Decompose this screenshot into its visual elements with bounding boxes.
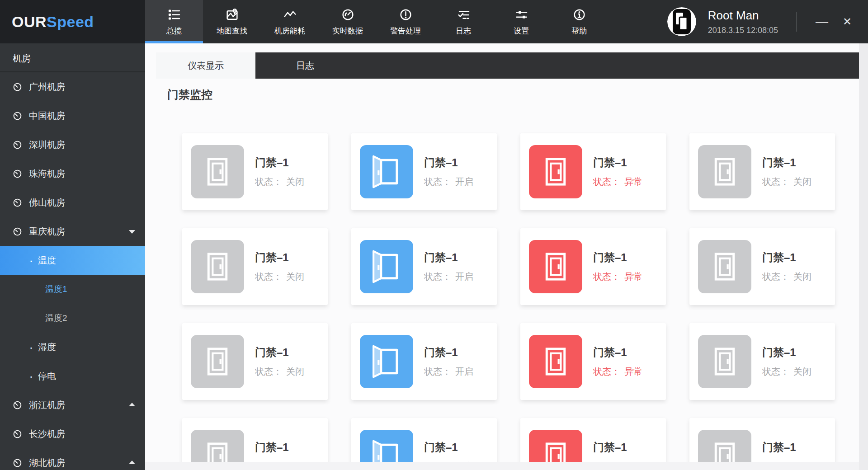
status-value: 异常 [624, 367, 642, 376]
log-list-icon [457, 8, 471, 22]
card-title: 门禁–1 [424, 440, 473, 455]
sidebar-item-浙江机房[interactable]: 浙江机房 [0, 390, 145, 419]
horizontal-scrollbar[interactable] [145, 462, 859, 470]
sidebar-item-广州机房[interactable]: 广州机房 [0, 72, 145, 101]
status-value: 关闭 [286, 272, 304, 282]
nav-item-警告处理[interactable]: 警告处理 [377, 0, 434, 43]
sidebar-item-label: 停电 [38, 370, 56, 382]
door-card-closed[interactable]: 门禁–1 状态：关闭 [182, 228, 328, 305]
nav-item-总揽[interactable]: 总揽 [145, 0, 203, 43]
nav-item-设置[interactable]: 设置 [492, 0, 550, 43]
minimize-button[interactable]: — [812, 12, 832, 32]
door-card-open[interactable]: 门禁–1 状态：开启 [351, 323, 497, 400]
tab-gauge-display[interactable]: 仪表显示 [156, 52, 255, 79]
door-closed-icon [698, 240, 751, 293]
door-card-open[interactable]: 门禁–1 状态：开启 [351, 228, 497, 305]
gauge-icon [13, 82, 22, 92]
card-title: 门禁–1 [762, 440, 811, 455]
gauge-icon [13, 400, 22, 410]
door-card-open[interactable]: 门禁–1 状态：开启 [351, 133, 497, 210]
sidebar-item-珠海机房[interactable]: 珠海机房 [0, 159, 145, 188]
datetime: 2018.3.15 12:08:05 [708, 26, 778, 35]
nav-item-实时数据[interactable]: 实时数据 [319, 0, 377, 43]
door-open-icon [360, 240, 413, 293]
nav-item-帮助[interactable]: 帮助 [550, 0, 608, 43]
gauge-icon [13, 458, 22, 468]
user-avatar[interactable] [667, 7, 696, 36]
tab-bar-filler [355, 52, 859, 79]
chevron-down-icon[interactable] [129, 230, 135, 234]
logo-text-our: OUR [12, 13, 47, 30]
sidebar-item-停电[interactable]: ·停电 [0, 362, 145, 390]
sidebar-item-温度2[interactable]: 温度2 [0, 304, 145, 333]
nav-item-label: 总揽 [166, 26, 182, 36]
nav-item-地图查找[interactable]: 地图查找 [203, 0, 261, 43]
status-value: 关闭 [793, 177, 811, 187]
bullet-dot: · [29, 345, 33, 349]
card-status: 状态：关闭 [255, 271, 304, 283]
close-button[interactable]: ✕ [837, 12, 857, 32]
card-status: 状态：异常 [593, 366, 642, 378]
status-label: 状态： [762, 272, 789, 282]
chevron-up-icon[interactable] [129, 403, 135, 406]
door-card-closed[interactable]: 门禁–1 状态：关闭 [689, 228, 835, 305]
status-label: 状态： [593, 177, 620, 187]
door-abnormal-icon [529, 240, 582, 293]
nav-item-机房能耗[interactable]: 机房能耗 [261, 0, 319, 43]
door-open-icon [360, 145, 413, 198]
card-title: 门禁–1 [762, 250, 811, 265]
sidebar-item-label: 长沙机房 [29, 428, 65, 440]
door-closed-icon [191, 240, 244, 293]
sidebar-item-label: 珠海机房 [29, 168, 65, 180]
chevron-up-icon[interactable] [129, 461, 135, 464]
card-status: 状态：关闭 [255, 366, 304, 378]
door-open-icon [360, 335, 413, 388]
door-closed-icon [698, 145, 751, 198]
door-card-abnormal[interactable]: 门禁–1 状态：异常 [520, 323, 666, 400]
gauge-icon [13, 169, 22, 179]
door-card-closed[interactable]: 门禁–1 状态：关闭 [182, 133, 328, 210]
card-text: 门禁–1 状态：异常 [593, 250, 642, 283]
card-status: 状态：开启 [424, 271, 473, 283]
card-title: 门禁–1 [255, 155, 304, 170]
nav-item-label: 警告处理 [390, 26, 421, 36]
sidebar-item-重庆机房[interactable]: 重庆机房 [0, 217, 145, 246]
sidebar-item-label: 佛山机房 [29, 197, 65, 209]
sidebar-item-label: 深圳机房 [29, 139, 65, 151]
door-card-abnormal[interactable]: 门禁–1 状态：异常 [520, 133, 666, 210]
tab-log[interactable]: 日志 [255, 52, 355, 79]
sidebar-item-label: 温度1 [45, 283, 67, 295]
status-label: 状态： [255, 367, 282, 376]
gauge-icon [341, 8, 355, 22]
vertical-scrollbar[interactable] [859, 43, 868, 470]
bullet-dot: · [29, 374, 33, 378]
top-bar: OURSpeed 总揽 地图查找 机房能耗 实时数据 警告处理 日志 设置 帮助 [0, 0, 868, 43]
card-title: 门禁–1 [762, 155, 811, 170]
status-value: 关闭 [286, 177, 304, 187]
nav-item-日志[interactable]: 日志 [434, 0, 492, 43]
sidebar-item-label: 重庆机房 [29, 226, 65, 238]
status-label: 状态： [593, 367, 620, 376]
alert-circle-icon [399, 8, 413, 22]
door-card-closed[interactable]: 门禁–1 状态：关闭 [689, 323, 835, 400]
card-title: 门禁–1 [424, 250, 473, 265]
sidebar-item-佛山机房[interactable]: 佛山机房 [0, 188, 145, 217]
gauge-icon [13, 140, 22, 150]
sidebar-item-中国机房[interactable]: 中国机房 [0, 101, 145, 130]
sidebar-item-湖北机房[interactable]: 湖北机房 [0, 448, 145, 470]
sidebar-item-温度1[interactable]: 温度1 [0, 275, 145, 304]
card-text: 门禁–1 状态：关闭 [255, 345, 304, 378]
door-card-closed[interactable]: 门禁–1 状态：关闭 [182, 323, 328, 400]
gauge-icon [13, 111, 22, 121]
door-card-abnormal[interactable]: 门禁–1 状态：异常 [520, 228, 666, 305]
card-title: 门禁–1 [762, 345, 811, 360]
sidebar-item-湿度[interactable]: ·湿度 [0, 333, 145, 362]
status-label: 状态： [255, 177, 282, 187]
door-abnormal-icon [529, 145, 582, 198]
status-label: 状态： [593, 272, 620, 282]
door-card-closed[interactable]: 门禁–1 状态：关闭 [689, 133, 835, 210]
sidebar-item-温度[interactable]: ·温度 [0, 246, 145, 275]
map-search-icon [225, 8, 239, 22]
sidebar-item-深圳机房[interactable]: 深圳机房 [0, 130, 145, 159]
sidebar-item-长沙机房[interactable]: 长沙机房 [0, 419, 145, 448]
